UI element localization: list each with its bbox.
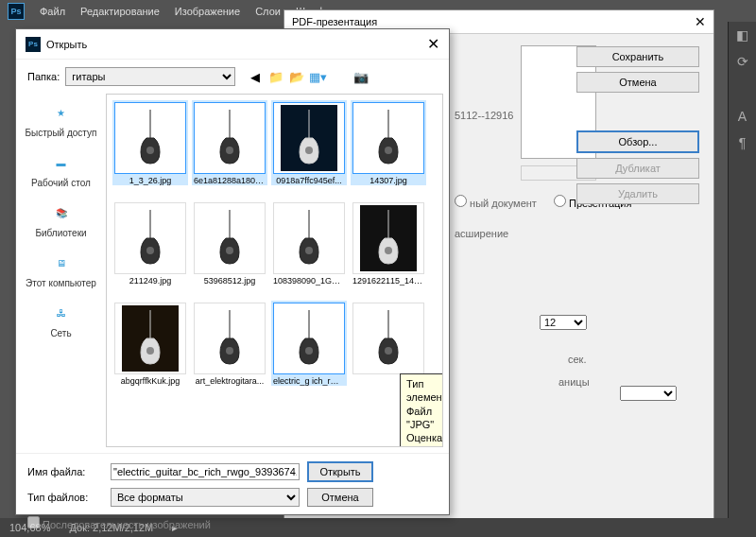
svg-point-23 <box>385 347 392 355</box>
svg-point-15 <box>385 247 392 254</box>
open-file-dialog: Ps Открыть ✕ Папка: гитары ◀ 📁 📂 ▦▾ 📷 ★Б… <box>15 28 450 515</box>
tools-panel: ◧ ⟳ A ¶ <box>728 22 756 532</box>
tool-char-icon[interactable]: A <box>729 103 756 130</box>
ps-app-icon: Ps <box>8 3 25 20</box>
svg-point-5 <box>305 147 313 154</box>
extension-label: асширение <box>455 228 699 239</box>
file-name: art_elektrogitara... <box>192 376 267 386</box>
svg-point-13 <box>305 247 313 254</box>
pdf-title-text: PDF-презентация <box>292 16 377 27</box>
file-thumb[interactable]: 211249.jpg <box>112 200 188 286</box>
ps-small-icon: Ps <box>26 37 41 52</box>
filetype-label: Тип файлов: <box>27 492 103 503</box>
file-thumb[interactable]: 6e1a81288a18034... <box>192 100 267 185</box>
view-icon[interactable]: ▦▾ <box>309 68 326 85</box>
file-thumb[interactable]: 0918a7ffc945ef... <box>271 100 347 185</box>
file-thumb[interactable]: electric_g ich_rwgo <box>271 301 347 386</box>
camera-icon[interactable]: 📷 <box>352 68 369 85</box>
svg-point-21 <box>305 347 313 355</box>
back-icon[interactable]: ◀ <box>247 68 264 85</box>
file-name: 6e1a81288a18034... <box>192 176 267 185</box>
file-thumb[interactable]: abgqrffkKuk.jpg <box>112 301 188 386</box>
doc-radio[interactable]: ный документ <box>455 198 537 209</box>
svg-point-3 <box>226 147 233 154</box>
sec-label: сек. <box>568 354 699 365</box>
svg-point-1 <box>146 147 154 154</box>
sequence-checkbox[interactable]: Последовательность изображений <box>27 519 211 530</box>
file-name: 108398090_1GG.jpg <box>271 276 347 286</box>
svg-point-19 <box>226 347 233 355</box>
filename-label: Имя файла: <box>27 466 103 477</box>
duplicate-button[interactable]: Дубликат <box>576 158 699 179</box>
delete-button[interactable]: Удалить <box>576 183 699 204</box>
file-name: 14307.jpg <box>351 176 426 185</box>
file-thumb[interactable]: 1291622115_1443... <box>351 200 426 286</box>
files-grid[interactable]: 1_3_26.jpg6e1a81288a18034...0918a7ffc945… <box>106 94 443 447</box>
place-desktop[interactable]: ▬Рабочий стол <box>18 149 104 188</box>
file-thumb[interactable]: 53968512.jpg <box>192 200 267 286</box>
svg-point-11 <box>226 247 233 254</box>
place-libraries[interactable]: 📚Библиотеки <box>18 199 104 238</box>
file-thumb[interactable]: 1_3_26.jpg <box>112 100 188 185</box>
folder-select[interactable]: гитары <box>65 67 235 86</box>
svg-point-7 <box>385 147 392 154</box>
browse-button[interactable]: Обзор... <box>576 130 699 153</box>
open-button[interactable]: Открыть <box>307 461 373 482</box>
file-tooltip: Тип элемента: Файл "JPG" Оценка: Без оце… <box>400 373 443 447</box>
cancel-button[interactable]: Отмена <box>307 488 373 507</box>
place-quick-access[interactable]: ★Быстрый доступ <box>18 99 104 138</box>
up-icon[interactable]: 📁 <box>267 68 284 85</box>
file-name: 53968512.jpg <box>192 276 267 286</box>
menu-image[interactable]: Изображение <box>167 6 248 17</box>
place-network[interactable]: 🖧Сеть <box>18 300 104 338</box>
save-button[interactable]: Сохранить <box>576 46 699 67</box>
tool-para-icon[interactable]: ¶ <box>729 130 756 156</box>
menu-edit[interactable]: Редактирование <box>73 6 167 17</box>
close-icon[interactable]: ✕ <box>695 14 706 29</box>
svg-point-9 <box>146 247 154 254</box>
file-name: electric_g ich_rwgo <box>271 376 347 386</box>
tool-history-icon[interactable]: ⟳ <box>729 48 756 75</box>
places-sidebar: ★Быстрый доступ ▬Рабочий стол 📚Библиотек… <box>16 94 106 453</box>
close-icon[interactable]: ✕ <box>427 35 439 53</box>
file-thumb[interactable]: 108398090_1GG.jpg <box>271 200 347 286</box>
svg-point-17 <box>146 347 154 355</box>
size-select[interactable]: 12 <box>540 315 587 330</box>
menu-file[interactable]: Файл <box>32 6 73 17</box>
pages-select[interactable] <box>620 386 677 401</box>
cancel-button[interactable]: Отмена <box>576 72 699 93</box>
file-thumb[interactable]: 14307.jpg <box>351 100 426 185</box>
folder-label: Папка: <box>27 71 60 82</box>
file-name: 1_3_26.jpg <box>112 176 188 185</box>
place-computer[interactable]: 🖥Этот компьютер <box>18 250 104 288</box>
file-name: abgqrffkKuk.jpg <box>112 376 188 386</box>
tool-swatches-icon[interactable]: ◧ <box>729 22 756 48</box>
file-name: 0918a7ffc945ef... <box>271 176 347 185</box>
filetype-select[interactable]: Все форматы <box>111 488 300 507</box>
filename-input[interactable] <box>111 463 300 480</box>
menu-layers[interactable]: Слои <box>248 6 288 17</box>
new-folder-icon[interactable]: 📂 <box>288 68 305 85</box>
file-name: 211249.jpg <box>112 276 188 286</box>
open-title-text: Открыть <box>46 39 87 50</box>
file-name: 1291622115_1443... <box>351 276 426 286</box>
file-thumb[interactable]: art_elektrogitara... <box>192 301 267 386</box>
